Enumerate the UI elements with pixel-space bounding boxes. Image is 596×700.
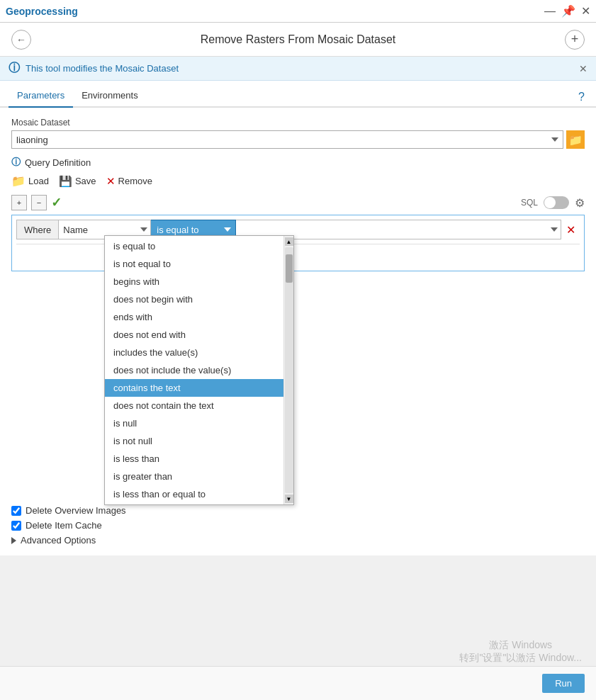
dropdown-item-12[interactable]: is less than [105, 450, 283, 468]
mosaic-dataset-folder-button[interactable]: 📁 [566, 130, 585, 149]
settings-icon[interactable]: ⚙ [575, 196, 585, 210]
query-second-row [16, 244, 580, 266]
info-bar: ⓘ This tool modifies the Mosaic Dataset … [0, 57, 596, 81]
header-bar: ← Remove Rasters From Mosaic Dataset + [0, 23, 596, 57]
scroll-down-button[interactable]: ▼ [285, 495, 293, 503]
query-controls-row: + − ✓ SQL ⚙ [11, 195, 585, 210]
close-icon[interactable]: ✕ [581, 4, 590, 18]
help-icon[interactable]: ? [575, 88, 587, 106]
load-button[interactable]: 📁 Load [11, 174, 49, 188]
save-button[interactable]: 💾 Save [59, 175, 96, 188]
scroll-thumb [286, 254, 293, 283]
sql-toggle[interactable] [544, 196, 569, 209]
dropdown-item-5[interactable]: does not end with [105, 326, 283, 344]
panel-title: Remove Rasters From Mosaic Dataset [201, 33, 396, 46]
delete-item-cache-row: Delete Item Cache [11, 520, 585, 531]
minimize-icon[interactable]: — [544, 5, 556, 18]
bottom-bar: Run [0, 666, 596, 700]
mosaic-dataset-label: Mosaic Dataset [11, 118, 585, 128]
info-close-button[interactable]: ✕ [579, 63, 587, 74]
dropdown-item-11[interactable]: is not null [105, 432, 283, 450]
dropdown-item-7[interactable]: does not include the value(s) [105, 361, 283, 379]
window-controls: — 📌 ✕ [544, 4, 590, 18]
dropdown-item-14[interactable]: is less than or equal to [105, 485, 283, 503]
app-title: Geoprocessing [6, 6, 544, 17]
operator-dropdown-list: is equal to is not equal to begins with … [105, 236, 283, 504]
delete-item-cache-label: Delete Item Cache [26, 520, 102, 531]
info-text: This tool modifies the Mosaic Dataset [26, 63, 573, 74]
back-button[interactable]: ← [11, 30, 31, 50]
verify-icon[interactable]: ✓ [51, 195, 62, 210]
delete-icon: ✕ [566, 223, 575, 237]
tabs-bar: Parameters Environments ? [0, 81, 596, 108]
query-row-container: Where Name is equal to ✕ is equal to is … [11, 215, 585, 271]
dropdown-item-3[interactable]: does not begin with [105, 290, 283, 308]
scroll-up-button[interactable]: ▲ [285, 237, 293, 246]
mosaic-dataset-select[interactable]: liaoning [11, 130, 563, 149]
query-info-icon: ⓘ [11, 156, 21, 169]
remove-label: Remove [118, 176, 152, 186]
advanced-options-label: Advanced Options [21, 535, 96, 546]
dropdown-item-9[interactable]: does not contain the text [105, 397, 283, 414]
dropdown-item-2[interactable]: begins with [105, 273, 283, 290]
title-bar: Geoprocessing — 📌 ✕ [0, 0, 596, 23]
remove-button[interactable]: ✕ Remove [106, 175, 152, 188]
dropdown-item-6[interactable]: includes the value(s) [105, 344, 283, 361]
delete-row-button[interactable]: ✕ [561, 220, 580, 239]
folder-icon: 📁 [568, 133, 583, 147]
mosaic-dataset-row: liaoning 📁 [11, 130, 585, 149]
main-content: Mosaic Dataset liaoning 📁 ⓘ Query Defini… [0, 108, 596, 555]
remove-clause-button[interactable]: − [31, 195, 47, 210]
load-label: Load [28, 176, 49, 186]
query-row: Where Name is equal to ✕ [16, 220, 580, 239]
load-folder-icon: 📁 [11, 174, 26, 188]
operator-dropdown: is equal to is not equal to begins with … [104, 235, 294, 505]
save-label: Save [75, 176, 96, 186]
expand-icon [11, 537, 16, 544]
delete-overview-checkbox[interactable] [11, 506, 21, 516]
toggle-knob [544, 197, 556, 208]
dropdown-scrollbar: ▲ ▼ [283, 236, 293, 504]
remove-icon: ✕ [106, 175, 116, 188]
pin-icon[interactable]: 📌 [561, 4, 575, 18]
watermark-line1: 激活 Windows [459, 639, 582, 652]
delete-overview-row: Delete Overview Images [11, 505, 585, 516]
tab-environments[interactable]: Environments [73, 84, 146, 108]
dropdown-item-4[interactable]: ends with [105, 308, 283, 326]
query-definition-section: ⓘ Query Definition [11, 156, 585, 169]
tab-parameters[interactable]: Parameters [9, 84, 73, 108]
windows-watermark: 激活 Windows 转到"设置"以激活 Window... [459, 639, 582, 665]
scroll-track [285, 247, 293, 493]
dropdown-item-1[interactable]: is not equal to [105, 255, 283, 273]
info-icon: ⓘ [9, 61, 20, 76]
delete-item-cache-checkbox[interactable] [11, 521, 21, 531]
watermark-line2: 转到"设置"以激活 Window... [459, 652, 582, 665]
query-toolbar: 📁 Load 💾 Save ✕ Remove [11, 173, 585, 189]
dropdown-item-13[interactable]: is greater than [105, 468, 283, 485]
save-icon: 💾 [59, 175, 72, 188]
query-definition-label: Query Definition [25, 157, 91, 168]
advanced-options-row[interactable]: Advanced Options [11, 535, 585, 546]
dropdown-item-10[interactable]: is null [105, 414, 283, 432]
where-label: Where [16, 220, 59, 239]
sql-label: SQL [521, 198, 538, 208]
add-clause-button[interactable]: + [11, 195, 27, 210]
dropdown-item-0[interactable]: is equal to [105, 237, 283, 255]
add-button[interactable]: + [565, 30, 585, 50]
dropdown-item-8[interactable]: contains the text [105, 379, 283, 397]
checkboxes-section: Delete Overview Images Delete Item Cache [11, 505, 585, 531]
delete-overview-label: Delete Overview Images [26, 505, 126, 516]
run-button[interactable]: Run [542, 674, 585, 693]
sql-toggle-area: SQL ⚙ [521, 196, 585, 210]
